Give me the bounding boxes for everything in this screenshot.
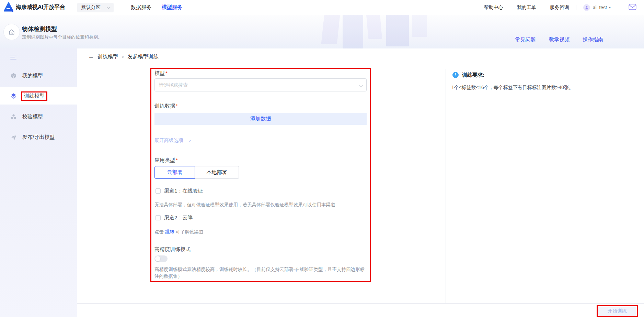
breadcrumb: ← 训练模型 > 发起模型训练 <box>88 53 159 60</box>
page-title: 物体检测模型 <box>22 25 57 33</box>
mail-icon[interactable] <box>629 3 636 12</box>
start-training-button[interactable]: 开始训练 <box>598 307 636 316</box>
nav-help-center[interactable]: 帮助中心 <box>484 4 503 11</box>
training-data-banner: 添加数据 <box>154 113 367 125</box>
requirements-body: 1个≤标签数≤16个，每个标签下有目标标注图片数≥40张。 <box>451 85 644 91</box>
sidebar-item-publish-export[interactable]: 发布/导出模型 <box>0 129 77 146</box>
channel2-checkbox[interactable] <box>156 215 161 220</box>
partition-select-value: 默认分区 <box>81 4 101 11</box>
add-data-button[interactable]: 添加数据 <box>250 116 271 122</box>
divider <box>71 5 71 10</box>
channel1-row: 渠道1：在线验证 <box>156 188 203 194</box>
channel1-checkbox[interactable] <box>156 188 161 194</box>
panel-divider <box>446 69 446 303</box>
high-precision-toggle[interactable] <box>154 255 168 262</box>
divider <box>576 5 576 10</box>
sidebar: 我的模型 训练模型 校验模型 发布/导出模型 <box>0 48 77 317</box>
high-precision-description: 高精度训练模式算法精度较高，训练耗时较长。（目前仅支持云部署-在线验证类型，且不… <box>154 266 367 280</box>
channel2-row: 渠道2：云眸 <box>156 215 193 221</box>
layers-icon <box>10 93 17 99</box>
required-asterisk: * <box>165 70 168 76</box>
requirements-title: 训练要求: <box>462 72 484 78</box>
breadcrumb-separator: > <box>122 54 124 59</box>
caret-down-icon[interactable]: ▾ <box>609 6 611 9</box>
page-header: 物体检测模型 定制识别图片中每个目标的位置和类别。 常见问题 教学视频 操作指南 <box>0 15 644 48</box>
nav-model-service[interactable]: 模型服务 <box>162 4 182 11</box>
training-data-label: 训练数据* <box>154 103 178 109</box>
high-precision-label: 高精度训练模式 <box>154 246 191 253</box>
link-operation-guide[interactable]: 操作指南 <box>583 36 603 43</box>
app-type-tabs: 云部署 本地部署 <box>154 166 239 179</box>
sidebar-item-label: 训练模型 <box>21 91 47 101</box>
tab-cloud-deploy[interactable]: 云部署 <box>154 166 195 179</box>
dots-icon <box>10 113 17 120</box>
sidebar-item-label: 我的模型 <box>22 73 43 79</box>
partition-select[interactable]: 默认分区 <box>77 3 114 12</box>
footer-bar: 开始训练 <box>77 303 644 317</box>
required-asterisk: * <box>176 157 178 163</box>
sidebar-item-my-models[interactable]: 我的模型 <box>0 67 77 84</box>
channel2-hint: 点击 跳转 可了解该渠道 <box>154 229 367 236</box>
nav-my-tickets[interactable]: 我的工单 <box>517 4 536 11</box>
nav-data-service[interactable]: 数据服务 <box>131 4 151 11</box>
chevron-down-icon <box>107 5 110 9</box>
expand-advanced-options[interactable]: 展开高级选项 ＞ <box>154 138 192 144</box>
app-type-label: 应用类型* <box>154 157 178 164</box>
user-name[interactable]: ai_test <box>593 5 607 10</box>
sidebar-item-label: 发布/导出模型 <box>22 134 55 141</box>
top-nav: 海康威视AI开放平台 默认分区 数据服务 模型服务 帮助中心 我的工单 服务咨询… <box>0 0 644 15</box>
link-faq[interactable]: 常见问题 <box>515 36 536 43</box>
channel1-description: 无法具体部署，但可做验证模型效果使用，若无具体部署仅验证模型效果可以使用本渠道 <box>154 201 367 208</box>
link-tutorial-videos[interactable]: 教学视频 <box>549 36 570 43</box>
info-icon: ! <box>452 72 459 78</box>
channel1-label: 渠道1：在线验证 <box>164 188 203 194</box>
page-subtitle: 定制识别图片中每个目标的位置和类别。 <box>22 34 102 40</box>
avatar <box>583 4 590 11</box>
brand-title: 海康威视AI开放平台 <box>16 4 65 11</box>
main-content: ← 训练模型 > 发起模型训练 模型* 训练数据* 添加数据 展开高级选项 ＞ … <box>77 48 644 317</box>
required-asterisk: * <box>176 103 178 109</box>
breadcrumb-train-model[interactable]: 训练模型 <box>97 54 118 60</box>
send-icon <box>10 134 17 141</box>
submit-annotation-box: 开始训练 <box>597 305 638 317</box>
breadcrumb-start-training: 发起模型训练 <box>128 54 159 60</box>
training-form: 模型* 训练数据* 添加数据 展开高级选项 ＞ 应用类型* 云部署 本地部署 渠… <box>150 68 371 282</box>
model-select[interactable] <box>154 78 367 91</box>
tab-local-deploy[interactable]: 本地部署 <box>195 166 239 179</box>
brand-logo-icon <box>3 2 14 14</box>
chevron-right-icon: ＞ <box>188 138 192 143</box>
sidebar-item-verify-model[interactable]: 校验模型 <box>0 108 77 125</box>
channel2-label: 渠道2：云眸 <box>164 215 193 221</box>
back-arrow-icon[interactable]: ← <box>88 53 94 60</box>
model-label: 模型* <box>154 70 168 77</box>
nav-service-consult[interactable]: 服务咨询 <box>550 4 569 11</box>
sidebar-item-label: 校验模型 <box>22 113 43 120</box>
jump-link[interactable]: 跳转 <box>165 229 174 234</box>
sidebar-item-train-model[interactable]: 训练模型 <box>0 87 77 105</box>
home-icon[interactable] <box>3 24 20 40</box>
cube-icon <box>10 73 17 79</box>
collapse-menu-icon[interactable] <box>10 55 16 59</box>
